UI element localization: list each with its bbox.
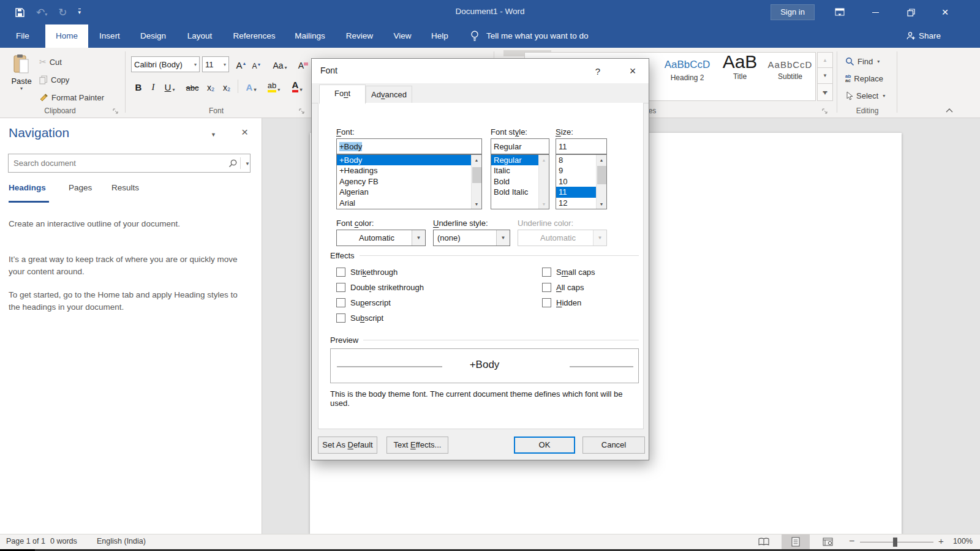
change-case-button[interactable]: Aa▾ [270, 56, 290, 72]
font-list-scrollbar[interactable]: ▲ ▼ [471, 155, 481, 209]
sign-in-button[interactable]: Sign in [771, 4, 815, 20]
grow-font-button[interactable]: A▲ [234, 56, 249, 72]
zoom-out-button[interactable]: − [849, 536, 854, 547]
replace-button[interactable]: abac Replace [845, 70, 883, 86]
set-as-default-button[interactable]: Set As Default [318, 437, 377, 454]
nav-tab-headings[interactable]: Headings [9, 183, 46, 192]
subscript-checkbox[interactable] [336, 313, 345, 323]
collapse-ribbon-icon[interactable] [946, 108, 953, 115]
font-name-input[interactable]: +Body [336, 138, 482, 154]
clear-formatting-button[interactable]: A [295, 56, 311, 72]
pane-close-icon[interactable]: × [241, 126, 248, 139]
tell-me-box[interactable]: Tell me what you want to do [486, 24, 589, 48]
clipboard-dialog-launcher-icon[interactable] [113, 108, 120, 116]
web-layout-button[interactable] [813, 534, 842, 549]
select-button[interactable]: Select▾ [845, 88, 885, 103]
format-painter-button[interactable]: Format Painter [39, 89, 104, 105]
gallery-expand-icon[interactable]: ▬▼ [817, 84, 833, 101]
scroll-up-icon[interactable]: ▲ [472, 155, 481, 165]
restore-button[interactable] [902, 4, 920, 21]
size-list-scrollbar[interactable]: ▲ ▼ [596, 155, 606, 209]
ribbon-display-options-icon[interactable] [831, 4, 849, 21]
read-mode-button[interactable] [750, 534, 778, 549]
language-indicator[interactable]: English (India) [97, 537, 146, 545]
print-layout-button[interactable] [782, 534, 810, 549]
page-indicator[interactable]: Page 1 of 1 [6, 537, 45, 545]
hidden-checkbox[interactable] [542, 298, 551, 307]
subscript-button[interactable]: x2 [203, 78, 218, 94]
underline-button[interactable]: U▾ [160, 78, 179, 94]
small-caps-checkbox-label[interactable]: Small caps [556, 268, 595, 277]
scroll-up-icon[interactable]: ▲ [597, 155, 606, 165]
superscript-button[interactable]: x2 [219, 78, 234, 94]
close-button[interactable]: × [936, 4, 954, 21]
dialog-close-icon[interactable]: × [624, 62, 642, 80]
dialog-tab-advanced[interactable]: Advanced [366, 86, 412, 104]
font-list-item[interactable]: Algerian [337, 187, 481, 197]
scroll-down-icon[interactable]: ▼ [597, 199, 606, 209]
double-strikethrough-checkbox[interactable] [336, 283, 345, 292]
small-caps-checkbox[interactable] [542, 268, 551, 277]
text-effects-button[interactable]: Text Effects... [386, 437, 448, 454]
search-icon[interactable] [228, 159, 238, 168]
underline-style-dropdown[interactable]: (none) ▼ [433, 230, 510, 246]
font-list-item[interactable]: Arial [337, 198, 481, 208]
font-list-item[interactable]: Agency FB [337, 176, 481, 187]
size-list-item[interactable]: 11 [556, 187, 596, 197]
ribbon-tab-file[interactable]: File [7, 24, 38, 48]
chevron-down-icon[interactable]: ▼ [496, 230, 510, 246]
font-list-item[interactable]: +Headings [337, 165, 481, 176]
ribbon-tab-mailings[interactable]: Mailings [288, 24, 332, 48]
chevron-down-icon[interactable]: ▼ [412, 230, 425, 246]
search-input[interactable] [13, 155, 222, 171]
search-options-chevron-icon[interactable]: ▼ [245, 161, 250, 167]
style-heading2[interactable]: AaBbCcD Heading 2 [662, 55, 713, 96]
styles-dialog-launcher-icon[interactable] [822, 108, 829, 116]
chevron-down-icon[interactable]: ▾ [194, 62, 197, 67]
font-color-button[interactable]: A▾ [287, 78, 307, 94]
double-strikethrough-checkbox-label[interactable]: Double strikethrough [350, 283, 424, 292]
ok-button[interactable]: OK [514, 437, 575, 454]
font-size-input[interactable]: 11 [556, 138, 607, 154]
paste-button[interactable]: Paste ▾ [7, 53, 36, 104]
zoom-in-button[interactable]: + [938, 536, 944, 546]
all-caps-checkbox[interactable] [542, 283, 551, 292]
ribbon-tab-references[interactable]: References [228, 24, 281, 48]
strikethrough-button[interactable]: abc [183, 78, 202, 94]
ribbon-tab-help[interactable]: Help [425, 24, 454, 48]
font-size-combobox[interactable]: 11▾ [202, 56, 229, 72]
strikethrough-checkbox-label[interactable]: Strikethrough [350, 268, 398, 277]
text-highlight-button[interactable]: ab▾ [263, 78, 284, 94]
cancel-button[interactable]: Cancel [582, 437, 645, 454]
pane-options-chevron-icon[interactable]: ▼ [211, 132, 216, 138]
ribbon-tab-review[interactable]: Review [339, 24, 380, 48]
zoom-level[interactable]: 100% [953, 537, 973, 545]
font-list-item[interactable]: +Body [337, 155, 471, 165]
share-button[interactable]: Share [919, 24, 941, 48]
font-name-combobox[interactable]: Calibri (Body)▾ [131, 56, 200, 72]
ribbon-tab-home[interactable]: Home [45, 24, 88, 48]
font-style-input[interactable]: Regular [491, 138, 549, 154]
ribbon-tab-view[interactable]: View [387, 24, 418, 48]
hidden-checkbox-label[interactable]: Hidden [556, 298, 581, 307]
style-subtitle[interactable]: AaBbCcD Subtitle [764, 55, 816, 96]
dialog-tab-font[interactable]: Font [319, 84, 366, 104]
style-title[interactable]: AaB Title [714, 55, 766, 96]
scroll-down-icon[interactable]: ▼ [472, 199, 481, 209]
gallery-scroll-down-icon[interactable]: ▼ [817, 68, 833, 84]
minimize-button[interactable] [866, 4, 884, 21]
ribbon-tab-design[interactable]: Design [134, 24, 173, 48]
word-count[interactable]: 0 words [50, 537, 77, 545]
bold-button[interactable]: B [131, 78, 146, 94]
font-color-dropdown[interactable]: Automatic ▼ [336, 230, 426, 246]
subscript-checkbox-label[interactable]: Subscript [350, 313, 383, 323]
shrink-font-button[interactable]: A▼ [250, 56, 263, 72]
font-dialog-launcher-icon[interactable] [299, 108, 306, 116]
chevron-down-icon[interactable]: ▾ [224, 62, 226, 67]
all-caps-checkbox-label[interactable]: All caps [556, 283, 584, 292]
nav-tab-results[interactable]: Results [111, 183, 139, 192]
superscript-checkbox-label[interactable]: Superscript [350, 298, 391, 307]
superscript-checkbox[interactable] [336, 298, 345, 307]
italic-button[interactable]: I [147, 78, 159, 94]
style-list-item[interactable]: Regular [491, 155, 538, 165]
